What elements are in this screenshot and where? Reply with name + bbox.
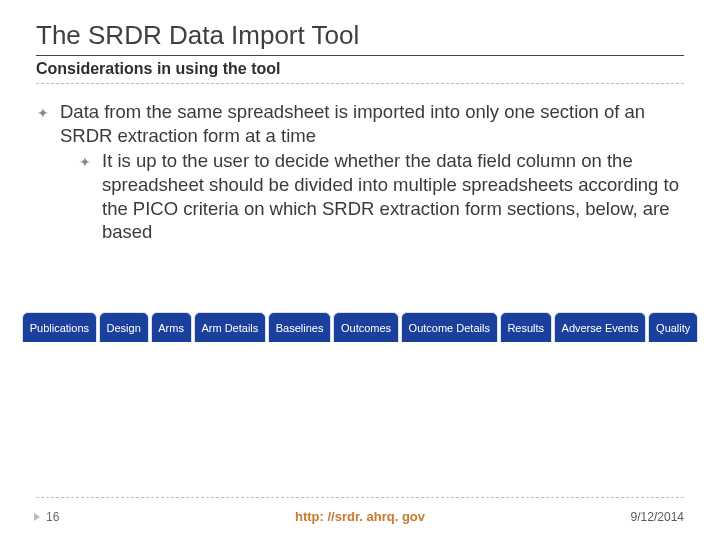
footer-url: http: //srdr. ahrq. gov — [0, 509, 720, 524]
tab-adverse-events[interactable]: Adverse Events — [554, 312, 647, 342]
title-divider — [36, 55, 684, 56]
tab-baselines[interactable]: Baselines — [268, 312, 331, 342]
bullet-level-1: ✦ Data from the same spreadsheet is impo… — [36, 100, 684, 147]
bullet-icon: ✦ — [78, 149, 92, 244]
bullet-level-2: ✦ It is up to the user to decide whether… — [78, 149, 684, 244]
body-text: ✦ Data from the same spreadsheet is impo… — [36, 100, 684, 244]
bullet-text: It is up to the user to decide whether t… — [102, 149, 684, 244]
tab-arm-details[interactable]: Arm Details — [194, 312, 266, 342]
tab-outcome-details[interactable]: Outcome Details — [401, 312, 498, 342]
tab-arms[interactable]: Arms — [151, 312, 192, 342]
tab-design[interactable]: Design — [99, 312, 149, 342]
tab-quality[interactable]: Quality — [648, 312, 698, 342]
tab-results[interactable]: Results — [500, 312, 552, 342]
slide-title: The SRDR Data Import Tool — [36, 20, 359, 51]
footer-divider — [36, 497, 684, 498]
slide-subtitle: Considerations in using the tool — [36, 60, 280, 78]
slide: The SRDR Data Import Tool Considerations… — [0, 0, 720, 540]
tab-publications[interactable]: Publications — [22, 312, 97, 342]
footer-date: 9/12/2014 — [631, 510, 684, 524]
bullet-icon: ✦ — [36, 100, 50, 147]
subtitle-divider — [36, 83, 684, 84]
tab-outcomes[interactable]: Outcomes — [333, 312, 399, 342]
section-tabs: Publications Design Arms Arm Details Bas… — [22, 312, 698, 342]
bullet-text: Data from the same spreadsheet is import… — [60, 100, 684, 147]
